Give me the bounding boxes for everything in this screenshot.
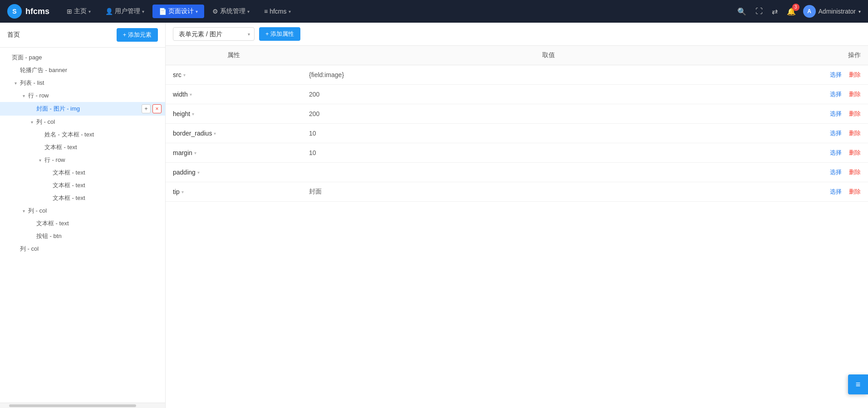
tree-node-add-button[interactable]: + bbox=[142, 104, 151, 113]
tree-node-1[interactable]: 页面 - page bbox=[0, 51, 165, 64]
element-type-select-wrapper: 表单元素 / 图片 ▾ bbox=[173, 27, 255, 41]
attr-cell-content: padding▾ bbox=[173, 169, 294, 176]
value-cell-4: 10 bbox=[302, 143, 795, 163]
system-mgmt-icon: ⚙ bbox=[212, 8, 218, 15]
logo[interactable]: S hfcms bbox=[7, 4, 49, 19]
page-design-chevron-icon: ▾ bbox=[196, 9, 198, 14]
search-button[interactable]: 🔍 bbox=[736, 5, 748, 18]
value-cell-2: 200 bbox=[302, 104, 795, 124]
select-op-link[interactable]: 选择 bbox=[830, 130, 842, 136]
float-action-button[interactable]: ≡ bbox=[848, 374, 868, 394]
tree-node-11[interactable]: 文本框 - text bbox=[0, 179, 165, 192]
select-op-link[interactable]: 选择 bbox=[830, 91, 842, 97]
select-op-link[interactable]: 选择 bbox=[830, 110, 842, 117]
attr-cell-0: src▾ bbox=[166, 65, 302, 85]
delete-op-link[interactable]: 删除 bbox=[849, 130, 861, 136]
table-row: margin▾10选择删除 bbox=[166, 143, 868, 163]
tree-node-delete-button[interactable]: × bbox=[152, 104, 162, 113]
tree-arrow-icon: ▾ bbox=[20, 207, 27, 214]
delete-op-link[interactable]: 删除 bbox=[849, 188, 861, 195]
tree-node-label: 按钮 - btn bbox=[36, 232, 162, 240]
select-op-link[interactable]: 选择 bbox=[830, 169, 842, 175]
tree-node-label: 姓名 - 文本框 - text bbox=[44, 131, 162, 139]
tree-node-3[interactable]: ▾列表 - list bbox=[0, 77, 165, 89]
sidebar-tree[interactable]: 页面 - page轮播广告 - banner▾列表 - list▾行 - row… bbox=[0, 48, 165, 403]
attr-cell-content: border_radius▾ bbox=[173, 130, 294, 137]
select-op-link[interactable]: 选择 bbox=[830, 149, 842, 156]
add-attr-label: + 添加属性 bbox=[265, 30, 294, 38]
tree-node-6[interactable]: ▾列 - col bbox=[0, 116, 165, 128]
tree-node-14[interactable]: 文本框 - text bbox=[0, 217, 165, 230]
tree-arrow-icon bbox=[44, 194, 52, 202]
nav-home[interactable]: ⊞ 主页 ▾ bbox=[60, 5, 97, 18]
attr-cell-6: tip▾ bbox=[166, 182, 302, 202]
tree-node-2[interactable]: 轮播广告 - banner bbox=[0, 64, 165, 77]
add-element-label: + 添加元素 bbox=[123, 31, 152, 39]
top-navigation: S hfcms ⊞ 主页 ▾ 👤 用户管理 ▾ 📄 页面设计 ▾ ⚙ 系统管理 … bbox=[0, 0, 868, 23]
user-mgmt-chevron-icon: ▾ bbox=[142, 9, 144, 14]
tree-node-label: 列 - col bbox=[20, 245, 162, 253]
delete-op-link[interactable]: 删除 bbox=[849, 71, 861, 78]
attr-cell-content: margin▾ bbox=[173, 149, 294, 156]
delete-op-link[interactable]: 删除 bbox=[849, 91, 861, 97]
notification-button[interactable]: 🔔 3 bbox=[785, 5, 798, 18]
tree-node-5[interactable]: 封面 - 图片 - img+× bbox=[0, 102, 165, 116]
home-chevron-icon: ▾ bbox=[88, 9, 91, 14]
avatar: A bbox=[803, 5, 816, 18]
sidebar: 首页 + 添加元素 页面 - page轮播广告 - banner▾列表 - li… bbox=[0, 23, 166, 408]
tree-node-13[interactable]: ▾列 - col bbox=[0, 204, 165, 217]
sidebar-title: 首页 bbox=[7, 31, 20, 39]
tree-arrow-icon bbox=[28, 220, 35, 227]
username-label: Administrator bbox=[819, 8, 856, 15]
attr-cell-content: height▾ bbox=[173, 110, 294, 117]
select-op-link[interactable]: 选择 bbox=[830, 188, 842, 195]
logo-text: hfcms bbox=[25, 7, 49, 16]
tree-node-9[interactable]: ▾行 - row bbox=[0, 154, 165, 166]
attr-chevron-icon: ▾ bbox=[190, 92, 192, 97]
attr-name-label: border_radius bbox=[173, 130, 212, 137]
tree-node-7[interactable]: 姓名 - 文本框 - text bbox=[0, 128, 165, 141]
nav-hfcms[interactable]: ≡ hfcms ▾ bbox=[258, 5, 297, 18]
logo-icon: S bbox=[7, 4, 22, 19]
op-cell-1: 选择删除 bbox=[795, 85, 868, 104]
attr-cell-3: border_radius▾ bbox=[166, 124, 302, 143]
attr-chevron-icon: ▾ bbox=[183, 73, 186, 78]
add-element-button[interactable]: + 添加元素 bbox=[117, 28, 158, 42]
tree-node-4[interactable]: ▾行 - row bbox=[0, 89, 165, 102]
tree-arrow-icon bbox=[36, 144, 44, 151]
nav-user-management[interactable]: 👤 用户管理 ▾ bbox=[99, 5, 151, 18]
col-attr-header: 属性 bbox=[166, 46, 302, 65]
refresh-button[interactable]: ⇄ bbox=[770, 5, 780, 18]
element-type-select[interactable]: 表单元素 / 图片 bbox=[173, 27, 255, 41]
delete-op-link[interactable]: 删除 bbox=[849, 149, 861, 156]
nav-page-design[interactable]: 📄 页面设计 ▾ bbox=[152, 5, 204, 18]
attr-cell-2: height▾ bbox=[166, 104, 302, 124]
delete-op-link[interactable]: 删除 bbox=[849, 110, 861, 117]
value-cell-5 bbox=[302, 163, 795, 182]
fullscreen-button[interactable]: ⛶ bbox=[754, 5, 765, 17]
tree-node-16[interactable]: 列 - col bbox=[0, 243, 165, 255]
tree-node-12[interactable]: 文本框 - text bbox=[0, 192, 165, 204]
select-op-link[interactable]: 选择 bbox=[830, 71, 842, 78]
tree-node-label: 文本框 - text bbox=[53, 169, 162, 177]
float-btn-icon: ≡ bbox=[856, 380, 861, 389]
tree-node-label: 页面 - page bbox=[12, 53, 162, 62]
tree-arrow-icon bbox=[36, 131, 44, 138]
delete-op-link[interactable]: 删除 bbox=[849, 169, 861, 175]
attr-cell-4: margin▾ bbox=[166, 143, 302, 163]
add-attr-button[interactable]: + 添加属性 bbox=[259, 27, 300, 41]
sidebar-horizontal-scrollbar[interactable] bbox=[9, 404, 136, 407]
user-menu[interactable]: A Administrator ▾ bbox=[803, 5, 861, 18]
tree-node-10[interactable]: 文本框 - text bbox=[0, 166, 165, 179]
nav-system-management[interactable]: ⚙ 系统管理 ▾ bbox=[206, 5, 256, 18]
tree-node-8[interactable]: 文本框 - text bbox=[0, 141, 165, 154]
tree-node-label: 文本框 - text bbox=[53, 194, 162, 202]
attr-name-label: height bbox=[173, 110, 190, 117]
attribute-table: 属性 取值 操作 src▾{field:image}选择删除width▾200选… bbox=[166, 46, 868, 202]
tree-node-15[interactable]: 按钮 - btn bbox=[0, 230, 165, 243]
table-row: padding▾选择删除 bbox=[166, 163, 868, 182]
attr-cell-1: width▾ bbox=[166, 85, 302, 104]
tree-arrow-icon: ▾ bbox=[12, 79, 19, 87]
content-toolbar: 表单元素 / 图片 ▾ + 添加属性 bbox=[166, 23, 868, 46]
tree-arrow-icon bbox=[44, 182, 52, 189]
